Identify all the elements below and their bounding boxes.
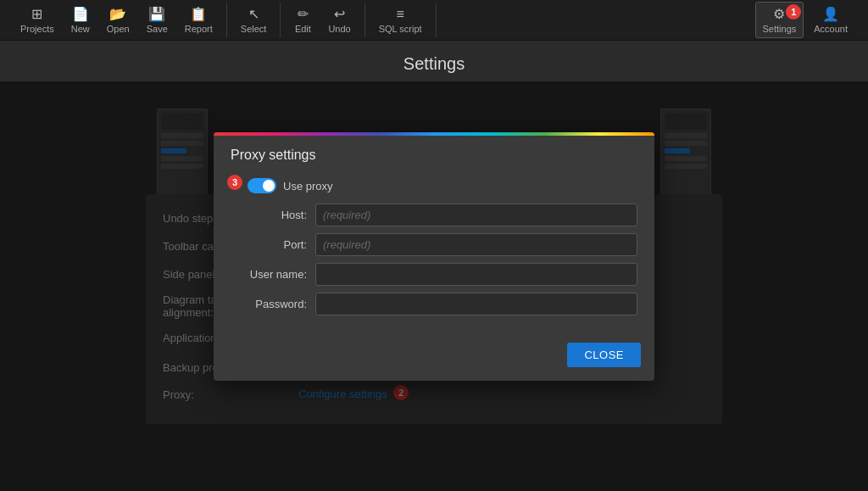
main-content: Settings Undo steps: Toolbar captions: (0, 41, 868, 491)
edit-icon: ✏ (298, 6, 309, 22)
toolbar-btn-account[interactable]: 👤 Account (807, 3, 854, 37)
toolbar-btn-sql[interactable]: ≡ SQL script (372, 3, 429, 37)
new-label: New (71, 24, 90, 34)
sql-icon: ≡ (396, 7, 403, 22)
edit-label: Edit (295, 24, 311, 34)
toolbar-btn-edit[interactable]: ✏ Edit (287, 3, 318, 37)
undo-label: Undo (328, 24, 350, 34)
modal-body: 3 Use proxy Host: Port: User name: (214, 171, 654, 336)
sql-label: SQL script (379, 24, 422, 34)
save-icon: 💾 (148, 6, 165, 22)
open-icon: 📂 (109, 6, 126, 22)
proxy-host-label: Host: (231, 209, 315, 221)
proxy-form-row-port: Port: (231, 233, 637, 256)
save-label: Save (147, 24, 168, 34)
modal-footer: CLOSE (214, 336, 654, 381)
toolbar-btn-new[interactable]: 📄 New (64, 3, 97, 37)
toolbar-btn-report[interactable]: 📋 Report (178, 3, 220, 37)
settings-icon: ⚙ (773, 6, 785, 22)
toolbar-btn-open[interactable]: 📂 Open (100, 3, 136, 37)
projects-label: Projects (20, 24, 54, 34)
select-icon: ↖ (248, 6, 259, 22)
proxy-username-input[interactable] (315, 263, 637, 286)
account-label: Account (814, 24, 848, 34)
new-icon: 📄 (72, 6, 89, 22)
proxy-modal: Proxy settings 3 Use proxy Host: Port: (214, 132, 654, 381)
proxy-port-label: Port: (231, 238, 315, 251)
modal-header: Proxy settings (214, 136, 654, 171)
proxy-form-row-password: Password: (231, 293, 637, 315)
toolbar-btn-save[interactable]: 💾 Save (140, 3, 175, 37)
toolbar-group-edit: ✏ Edit ↩ Undo (281, 3, 364, 37)
toolbar-btn-select[interactable]: ↖ Select (234, 3, 274, 37)
use-proxy-label: Use proxy (283, 180, 333, 192)
proxy-username-label: User name: (231, 268, 315, 281)
proxy-password-input[interactable] (315, 293, 637, 315)
proxy-form-row-host: Host: (231, 204, 637, 226)
toolbar-btn-undo[interactable]: ↩ Undo (321, 3, 357, 37)
badge-3: 3 (227, 175, 242, 190)
close-button[interactable]: CLOSE (567, 343, 641, 367)
use-proxy-toggle[interactable] (248, 178, 276, 193)
toolbar-group-file: ⊞ Projects 📄 New 📂 Open 💾 Save 📋 Report (7, 3, 227, 37)
undo-icon: ↩ (334, 6, 345, 22)
select-label: Select (241, 24, 267, 34)
modal-title: Proxy settings (231, 148, 315, 162)
toolbar-btn-settings[interactable]: ⚙ Settings 1 (755, 2, 804, 38)
proxy-host-input[interactable] (315, 204, 637, 226)
badge-1: 1 (786, 4, 801, 20)
projects-icon: ⊞ (31, 6, 42, 22)
report-label: Report (185, 24, 213, 34)
toolbar-group-select: ↖ Select (227, 3, 281, 37)
proxy-port-input[interactable] (315, 233, 637, 256)
proxy-form-row-username: User name: (231, 263, 637, 286)
toolbar-group-settings: ⚙ Settings 1 👤 Account (748, 2, 862, 38)
report-icon: 📋 (190, 6, 207, 22)
open-label: Open (107, 24, 130, 34)
settings-label: Settings (763, 24, 797, 34)
modal-overlay: Proxy settings 3 Use proxy Host: Port: (0, 81, 868, 491)
account-icon: 👤 (822, 6, 839, 22)
use-proxy-row: 3 Use proxy (231, 178, 637, 193)
toolbar-group-sql: ≡ SQL script (365, 3, 437, 37)
toolbar-btn-projects[interactable]: ⊞ Projects (14, 3, 61, 37)
page-title: Settings (403, 54, 465, 74)
proxy-password-label: Password: (231, 298, 315, 310)
toolbar: ⊞ Projects 📄 New 📂 Open 💾 Save 📋 Report … (0, 0, 868, 41)
